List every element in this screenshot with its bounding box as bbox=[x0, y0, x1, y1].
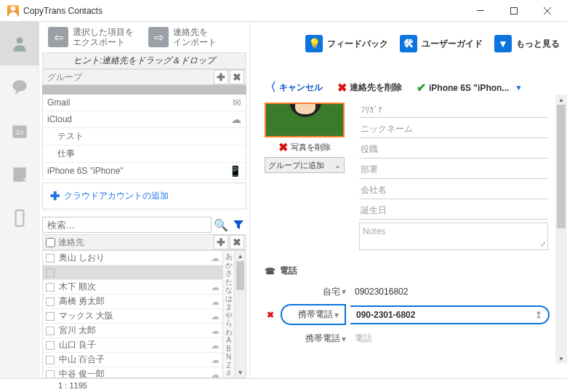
contacts-header: 連絡先 ✚ ✖ bbox=[42, 234, 246, 250]
field-title[interactable]: 役職 bbox=[359, 141, 548, 159]
contact-add-button[interactable]: ✚ bbox=[214, 235, 228, 249]
kana-index[interactable]: あかさたなはまやらわABNZ# bbox=[222, 251, 234, 377]
status-bar: 1 : 1195 bbox=[0, 378, 567, 392]
row-checkbox[interactable] bbox=[46, 312, 55, 321]
sidebar-messages[interactable] bbox=[0, 65, 39, 109]
scroll-down-icon[interactable]: ▼ bbox=[235, 367, 246, 377]
select-all-checkbox[interactable] bbox=[46, 238, 55, 247]
delete-photo-button[interactable]: ✖写真を削除 bbox=[265, 137, 345, 157]
sidebar-device[interactable] bbox=[0, 196, 39, 240]
export-icon: ⇦ bbox=[48, 27, 68, 47]
userguide-button[interactable]: 🛠ユーザーガイド bbox=[400, 35, 483, 52]
svg-rect-1 bbox=[477, 10, 484, 11]
phone-type-dropdown[interactable]: 自宅 ▾ bbox=[281, 286, 346, 298]
contact-row[interactable]: 中谷 俊一郎☁ bbox=[43, 367, 222, 377]
field-birthday[interactable]: 誕生日 bbox=[359, 202, 548, 220]
phone-icon: 📱 bbox=[229, 165, 241, 177]
maximize-button[interactable] bbox=[497, 1, 531, 21]
export-button[interactable]: ⇦ 選択した項目を エクスポート bbox=[42, 24, 140, 51]
field-reading[interactable]: ﾌﾘｶﾞﾅ bbox=[359, 103, 548, 118]
group-item[interactable]: Gmail✉ bbox=[43, 95, 246, 111]
phone-row: ✖携帯電話 ▾090-2301-6802↥ bbox=[265, 302, 550, 327]
svg-point-3 bbox=[16, 37, 23, 44]
close-button[interactable] bbox=[531, 1, 564, 21]
expand-icon[interactable]: ⤢ bbox=[540, 240, 546, 248]
contact-row[interactable]: 奥山 しおり☁ bbox=[43, 251, 222, 265]
group-item[interactable]: iCloud☁ bbox=[43, 111, 246, 128]
titlebar: CopyTrans Contacts bbox=[0, 0, 567, 22]
x-icon: ✖ bbox=[278, 140, 288, 154]
add-cloud-account[interactable]: ✚ クラウドアカウントの追加 bbox=[42, 183, 246, 209]
sidebar-contacts[interactable] bbox=[0, 22, 39, 65]
chevron-left-icon: 〈 bbox=[265, 80, 276, 95]
contact-row[interactable]: 木下 順次☁ bbox=[43, 280, 222, 295]
field-company[interactable]: 会社名 bbox=[359, 182, 548, 199]
status-count: 1 : 1195 bbox=[0, 381, 145, 390]
row-checkbox[interactable] bbox=[46, 254, 55, 263]
contact-row[interactable] bbox=[43, 265, 222, 280]
phone-type-dropdown[interactable]: 携帯電話 ▾ bbox=[281, 304, 346, 325]
sidebar-notes[interactable] bbox=[0, 153, 39, 196]
group-item[interactable]: 仕事 bbox=[43, 145, 246, 163]
phone-value[interactable]: 09023016802 bbox=[350, 284, 550, 300]
contact-row[interactable]: 宮川 太郎☁ bbox=[43, 324, 222, 338]
check-icon: ✔ bbox=[417, 81, 426, 95]
row-checkbox[interactable] bbox=[46, 341, 55, 350]
sidebar: 24 bbox=[0, 22, 39, 378]
plus-icon: ✚ bbox=[50, 189, 60, 203]
cloud-icon: ☁ bbox=[211, 369, 220, 378]
scroll-thumb[interactable] bbox=[236, 261, 244, 290]
contact-row[interactable]: 山口 良子☁ bbox=[43, 338, 222, 353]
contacts-scrollbar[interactable]: ▲ ▼ bbox=[234, 251, 246, 377]
row-checkbox[interactable] bbox=[46, 283, 55, 292]
minimize-button[interactable] bbox=[464, 1, 497, 21]
search-input[interactable] bbox=[42, 217, 212, 233]
scroll-up-icon[interactable]: ▲ bbox=[555, 95, 567, 105]
chevron-down-icon: ⌄ bbox=[334, 161, 341, 170]
mail-icon: ✉ bbox=[233, 97, 241, 108]
delete-row-button[interactable]: ✖ bbox=[265, 310, 276, 320]
feedback-button[interactable]: 💡フィードバック bbox=[305, 35, 388, 52]
scroll-down-icon[interactable]: ▼ bbox=[555, 353, 567, 364]
add-to-group-dropdown[interactable]: グループに追加⌄ bbox=[265, 157, 345, 173]
delete-contact-button[interactable]: ✖連絡先を削除 bbox=[337, 81, 402, 95]
row-checkbox[interactable] bbox=[46, 356, 55, 364]
group-remove-button[interactable]: ✖ bbox=[230, 70, 244, 84]
field-notes[interactable]: Notes⤢ bbox=[359, 223, 548, 250]
contact-row[interactable]: 高橋 勇太郎☁ bbox=[43, 295, 222, 309]
row-checkbox[interactable] bbox=[46, 370, 55, 378]
groups-selected-bar[interactable] bbox=[42, 85, 246, 95]
cancel-button[interactable]: 〈キャンセル bbox=[265, 80, 323, 95]
filter-icon[interactable] bbox=[230, 217, 246, 233]
contact-avatar[interactable] bbox=[265, 103, 345, 137]
field-nickname[interactable]: ニックネーム bbox=[359, 121, 548, 138]
group-item[interactable]: iPhone 6S "iPhone"📱 bbox=[43, 163, 246, 180]
scroll-thumb[interactable] bbox=[557, 105, 566, 228]
group-item[interactable]: テスト bbox=[43, 128, 246, 145]
scroll-up-icon[interactable]: ▲ bbox=[235, 251, 246, 261]
more-button[interactable]: ▼もっと見る bbox=[494, 35, 560, 52]
phone-type-dropdown[interactable]: 携帯電話 ▾ bbox=[281, 332, 346, 345]
contact-row[interactable]: マックス 大阪☁ bbox=[43, 309, 222, 324]
bulb-icon: 💡 bbox=[305, 35, 323, 52]
import-button[interactable]: ⇨ 連絡先を インポート bbox=[142, 24, 222, 51]
search-icon[interactable]: 🔍 bbox=[213, 217, 229, 233]
contact-row[interactable]: 中山 百合子☁ bbox=[43, 353, 222, 367]
phone-value[interactable]: 電話 bbox=[350, 329, 550, 348]
phone-value[interactable]: 090-2301-6802↥ bbox=[350, 305, 550, 324]
cloud-icon: ☁ bbox=[211, 297, 220, 307]
save-target-button[interactable]: ✔iPhone 6S "iPhon...▼ bbox=[417, 81, 522, 95]
row-checkbox[interactable] bbox=[46, 297, 55, 306]
group-add-button[interactable]: ✚ bbox=[214, 70, 228, 84]
sidebar-calendar[interactable]: 24 bbox=[0, 109, 39, 153]
import-icon: ⇨ bbox=[148, 27, 169, 47]
cloud-icon: ☁ bbox=[211, 326, 220, 336]
move-up-icon[interactable]: ↥ bbox=[535, 310, 542, 320]
svg-point-0 bbox=[11, 6, 15, 10]
detail-scrollbar[interactable]: ▲ ▼ bbox=[555, 95, 567, 364]
phone-icon: ☎ bbox=[265, 266, 276, 276]
row-checkbox[interactable] bbox=[46, 268, 55, 277]
row-checkbox[interactable] bbox=[46, 327, 55, 335]
field-department[interactable]: 部署 bbox=[359, 161, 548, 179]
contact-remove-button[interactable]: ✖ bbox=[230, 235, 244, 249]
